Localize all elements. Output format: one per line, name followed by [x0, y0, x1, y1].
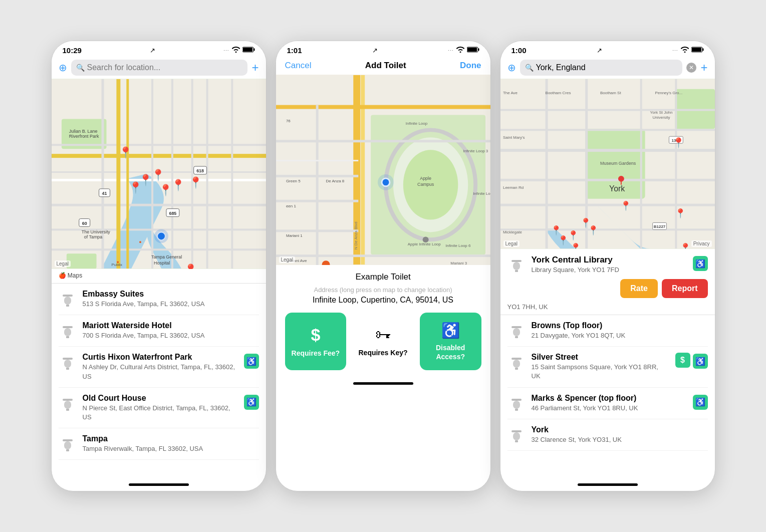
- svg-text:Apple Infinite Loop: Apple Infinite Loop: [407, 242, 440, 246]
- toilet-icon-3: [59, 354, 77, 372]
- location-arrow-1: ↗: [150, 47, 155, 54]
- signal-dots-3: ···: [672, 48, 678, 53]
- svg-text:📍: 📍: [188, 176, 202, 189]
- option-buttons-row: $ Requires Fee? 🗝 Requires Key? ♿ Disabl…: [285, 313, 481, 370]
- svg-rect-83: [276, 254, 490, 257]
- maps-footer-1: 🍎 Maps: [52, 269, 266, 283]
- list-item-info-2: Mariott Waterside Hotel 700 S Florida Av…: [83, 321, 259, 340]
- badges-y2: $ ♿: [675, 353, 708, 369]
- svg-rect-129: [500, 129, 715, 131]
- svg-point-42: [154, 229, 168, 243]
- svg-text:N De Anza Blvd: N De Anza Blvd: [354, 222, 358, 250]
- svg-text:📍: 📍: [570, 242, 582, 249]
- add-toilet-title: Add Toilet: [365, 61, 406, 71]
- list-item-info-y1: Browns (Top floor) 21 Davygate, York YO1…: [532, 321, 708, 340]
- location-arrow-3: ↗: [597, 47, 602, 54]
- svg-text:Infinite Loop 4: Infinite Loop 4: [473, 191, 490, 196]
- svg-rect-127: [640, 79, 642, 248]
- svg-rect-85: [276, 160, 358, 161]
- add-button-3[interactable]: +: [700, 61, 707, 75]
- list-item-york-2[interactable]: Silver Street 15 Saint Sampsons Square, …: [507, 347, 708, 387]
- svg-rect-128: [675, 79, 677, 248]
- search-input-1[interactable]: [87, 63, 243, 72]
- cancel-button[interactable]: Cancel: [285, 61, 312, 71]
- list-item-york-3[interactable]: Marks & Spencer (top floor) 46 Parliamen…: [507, 388, 708, 419]
- svg-rect-164: [512, 358, 522, 360]
- requires-fee-button[interactable]: $ Requires Fee?: [285, 313, 347, 370]
- svg-rect-161: [512, 326, 522, 328]
- list-item-addr-4: N Pierce St, East Office District, Tampa…: [83, 404, 238, 422]
- search-input-wrap-1[interactable]: 🔍: [71, 60, 248, 76]
- done-button[interactable]: Done: [460, 61, 481, 71]
- toilet-icon-4: [59, 395, 77, 413]
- search-input-wrap-3[interactable]: 🔍: [520, 60, 683, 76]
- svg-rect-125: [545, 79, 548, 248]
- svg-rect-54: [63, 326, 73, 328]
- list-item-info-1: Embassy Suites 513 S Florida Ave, Tampa,…: [83, 290, 259, 309]
- wifi-icon-3: [681, 47, 689, 54]
- svg-rect-115: [692, 48, 701, 52]
- list-item-2[interactable]: Mariott Waterside Hotel 700 S Florida Av…: [59, 315, 259, 347]
- detail-addr: Library Square, York YO1 7FD: [532, 266, 687, 274]
- toilet-icon-1: [59, 291, 77, 309]
- svg-rect-67: [478, 49, 479, 51]
- disabled-label: Disabled Access?: [424, 343, 477, 361]
- list-item-addr-y3: 46 Parliament St, York YO1 8RU, UK: [532, 404, 687, 413]
- maps-privacy-tag-3: Privacy: [691, 240, 712, 247]
- svg-rect-18: [191, 79, 193, 269]
- list-item-info-y2: Silver Street 15 Saint Sampsons Square, …: [532, 353, 669, 381]
- detail-text: York Central Library Library Square, Yor…: [532, 255, 687, 274]
- svg-rect-160: [515, 270, 518, 272]
- battery-icon-3: [691, 47, 704, 54]
- location-target-icon-1[interactable]: ⊕: [59, 62, 67, 74]
- svg-rect-56: [66, 336, 69, 338]
- list-item-5[interactable]: Tampa Tampa Riverwalk, Tampa, FL 33602, …: [59, 428, 259, 460]
- maps-legal-tag-3: Legal: [503, 240, 520, 247]
- svg-rect-62: [66, 409, 69, 411]
- disabled-access-button[interactable]: ♿ Disabled Access?: [420, 313, 481, 370]
- list-item-addr-2: 700 S Florida Ave, Tampa, FL 33602, USA: [83, 331, 259, 340]
- svg-text:of Tampa: of Tampa: [84, 234, 102, 239]
- svg-rect-79: [276, 140, 490, 142]
- list-item-name-y3: Marks & Spencer (top floor): [532, 394, 687, 403]
- svg-text:Leeman Rd: Leeman Rd: [502, 185, 523, 190]
- list-item-name-2: Mariott Waterside Hotel: [83, 321, 259, 330]
- location-target-icon-3[interactable]: ⊕: [507, 62, 516, 74]
- svg-text:The University: The University: [81, 229, 110, 234]
- access-badge-y2: ♿: [693, 354, 708, 369]
- requires-key-button[interactable]: 🗝 Requires Key?: [352, 313, 414, 370]
- search-input-3[interactable]: [536, 63, 678, 72]
- status-icons-1: ···: [223, 47, 254, 54]
- svg-text:76: 76: [286, 119, 290, 123]
- svg-text:📍: 📍: [568, 230, 579, 241]
- status-bar-3: 1:00 ↗ ···: [500, 41, 715, 57]
- add-button-1[interactable]: +: [251, 61, 259, 75]
- fee-dollar-icon: $: [311, 325, 320, 345]
- status-time-3: 1:00: [512, 46, 527, 55]
- list-item-3[interactable]: Curtis Hixon Waterfront Park N Ashley Dr…: [59, 347, 259, 387]
- svg-text:60: 60: [82, 221, 87, 226]
- toilet-icon-5: [59, 435, 77, 453]
- toilet-name-display: Example Toilet: [285, 272, 481, 282]
- key-label: Requires Key?: [358, 348, 407, 357]
- svg-text:Riverfront Park: Riverfront Park: [69, 134, 99, 139]
- list-item-info-4: Old Court House N Pierce St, East Office…: [83, 394, 238, 422]
- svg-rect-64: [64, 441, 71, 449]
- list-item-addr-y4: 32 Clarence St, York YO31, UK: [532, 435, 708, 444]
- list-item-1[interactable]: Embassy Suites 513 S Florida Ave, Tampa,…: [59, 284, 259, 315]
- clear-search-icon[interactable]: ✕: [686, 63, 696, 73]
- list-item-info-y4: York 32 Clarence St, York YO31, UK: [532, 425, 708, 444]
- signal-dots-2: ···: [448, 48, 453, 53]
- svg-text:📍: 📍: [171, 178, 185, 192]
- svg-text:Museum Gardens: Museum Gardens: [600, 161, 636, 166]
- list-item-york-1[interactable]: Browns (Top floor) 21 Davygate, York YO1…: [507, 315, 708, 347]
- access-badge-y3: ♿: [693, 395, 708, 410]
- rate-button[interactable]: Rate: [620, 279, 658, 298]
- report-button[interactable]: Report: [662, 279, 708, 298]
- search-bar-3: ⊕ 🔍 ✕ +: [500, 57, 715, 79]
- svg-text:618: 618: [196, 168, 204, 173]
- fee-label: Requires Fee?: [292, 349, 340, 358]
- list-item-york-4[interactable]: York 32 Clarence St, York YO31, UK: [507, 419, 708, 451]
- list-item-4[interactable]: Old Court House N Pierce St, East Office…: [59, 388, 259, 428]
- list-item-info-3: Curtis Hixon Waterfront Park N Ashley Dr…: [83, 353, 238, 381]
